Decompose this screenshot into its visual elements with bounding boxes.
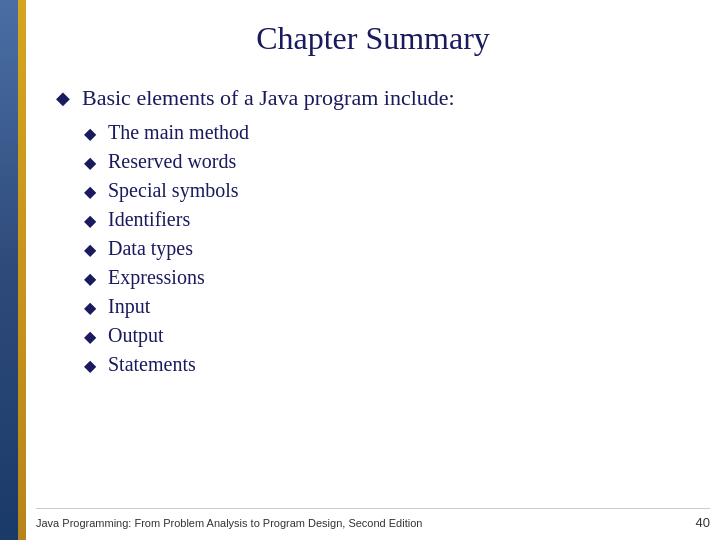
sub-item-text: Special symbols xyxy=(108,179,239,202)
sub-bullet-icon: ◆ xyxy=(84,327,96,346)
list-item: ◆ Identifiers xyxy=(84,208,690,231)
list-item: ◆ Data types xyxy=(84,237,690,260)
list-item: ◆ Output xyxy=(84,324,690,347)
sub-bullet-icon: ◆ xyxy=(84,356,96,375)
sub-item-text: Data types xyxy=(108,237,193,260)
sub-bullet-icon: ◆ xyxy=(84,182,96,201)
slide-content: Chapter Summary ◆ Basic elements of a Ja… xyxy=(36,0,720,540)
sub-bullet-icon: ◆ xyxy=(84,211,96,230)
sub-item-text: Expressions xyxy=(108,266,205,289)
sub-item-text: The main method xyxy=(108,121,249,144)
sub-bullet-icon: ◆ xyxy=(84,153,96,172)
list-item: ◆ The main method xyxy=(84,121,690,144)
list-item: ◆ Statements xyxy=(84,353,690,376)
list-item: ◆ Special symbols xyxy=(84,179,690,202)
sub-item-text: Identifiers xyxy=(108,208,190,231)
left-bar xyxy=(0,0,18,540)
footer-citation: Java Programming: From Problem Analysis … xyxy=(36,517,422,529)
slide-footer: Java Programming: From Problem Analysis … xyxy=(36,508,710,530)
list-item: ◆ Expressions xyxy=(84,266,690,289)
sub-item-text: Output xyxy=(108,324,164,347)
slide-title: Chapter Summary xyxy=(56,20,690,57)
sub-items-list: ◆ The main method ◆ Reserved words ◆ Spe… xyxy=(84,121,690,376)
sub-item-text: Reserved words xyxy=(108,150,236,173)
page-number: 40 xyxy=(696,515,710,530)
sub-bullet-icon: ◆ xyxy=(84,269,96,288)
top-bullet: ◆ xyxy=(56,87,70,109)
gold-bar xyxy=(18,0,26,540)
top-level-text: Basic elements of a Java program include… xyxy=(82,85,455,111)
sub-bullet-icon: ◆ xyxy=(84,240,96,259)
sub-bullet-icon: ◆ xyxy=(84,124,96,143)
list-item: ◆ Reserved words xyxy=(84,150,690,173)
list-item: ◆ Input xyxy=(84,295,690,318)
sub-bullet-icon: ◆ xyxy=(84,298,96,317)
sub-item-text: Input xyxy=(108,295,150,318)
top-level-item: ◆ Basic elements of a Java program inclu… xyxy=(56,85,690,111)
sub-item-text: Statements xyxy=(108,353,196,376)
